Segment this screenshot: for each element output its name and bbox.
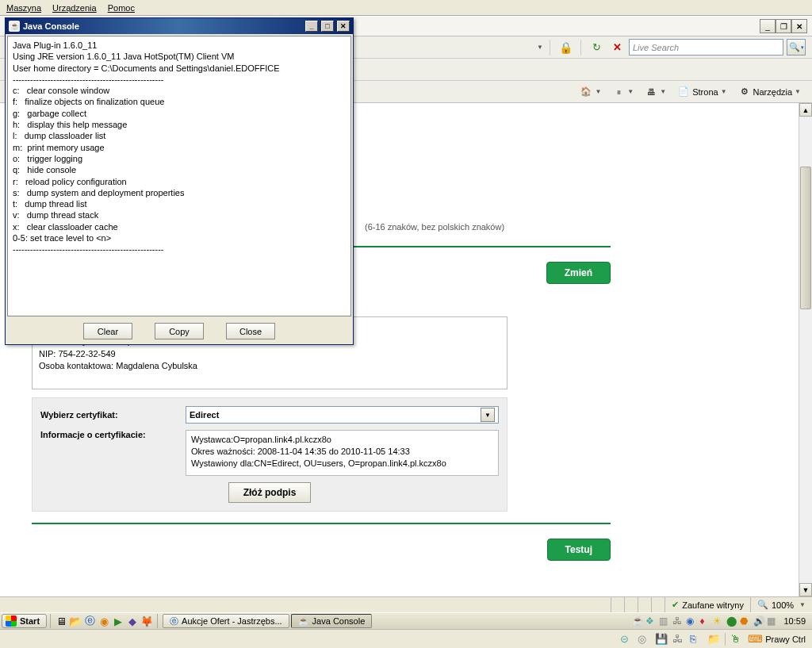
vm-menu-machine[interactable]: Maszyna	[6, 3, 41, 13]
vm-menu-devices[interactable]: Urządzenia	[52, 3, 97, 13]
test-line: NIP: 754-22-32-549	[39, 348, 500, 360]
print-button[interactable]: 🖶▼	[642, 84, 669, 100]
vm-key-icon[interactable]: ⌨	[748, 633, 760, 646]
close-button[interactable]: ✕	[791, 19, 807, 33]
java-icon: ☕	[9, 21, 20, 32]
windows-logo-icon	[6, 615, 17, 627]
cert-select[interactable]: Edirect ▼	[186, 406, 499, 424]
vm-usb-icon[interactable]: ⎘	[690, 633, 703, 646]
cert-info-label: Informacje o certyfikacie:	[40, 430, 179, 439]
task-ie[interactable]: ⓔAukcje Ofert - Jastrzębs...	[163, 614, 289, 628]
page-menu[interactable]: 📄Strona▼	[674, 84, 730, 100]
vm-menubar: Maszyna Urządzenia Pomoc	[0, 0, 812, 16]
jc-close-button[interactable]: ✕	[337, 21, 350, 32]
vm-host-key: Prawy Ctrl	[765, 635, 806, 644]
zoom-level[interactable]: 🔍100%▼	[750, 597, 812, 612]
refresh-button[interactable]: ↻	[588, 39, 605, 56]
maximize-button[interactable]: ❐	[776, 19, 791, 33]
cert-info-line: Wystawiony dla:CN=Edirect, OU=users, O=p…	[191, 458, 493, 470]
print-icon: 🖶	[645, 86, 657, 98]
cert-info-line: Okres ważności: 2008-11-04 14:35 do 2010…	[191, 446, 493, 458]
vm-mouse-icon[interactable]: 🖱	[730, 633, 743, 646]
vm-status-bar: ⊝ ◎ 💾 🖧 ⎘ 📁 🖱 ⌨ Prawy Ctrl	[0, 629, 812, 648]
feeds-button[interactable]: ∎▼	[609, 84, 637, 100]
tray-icon[interactable]: ♦	[699, 615, 710, 627]
ql-media-icon[interactable]: ◉	[97, 614, 111, 628]
password-hint: (6-16 znaków, bez polskich znaków)	[365, 222, 745, 232]
addr-dropdown-icon[interactable]: ▼	[537, 44, 543, 51]
ql-firefox-icon[interactable]: 🦊	[140, 614, 154, 628]
vm-cd-icon[interactable]: ◎	[638, 633, 650, 646]
java-icon: ☕	[298, 616, 309, 627]
scroll-up-button[interactable]: ▲	[799, 103, 812, 117]
stop-button[interactable]: ✕	[608, 39, 626, 56]
minimize-button[interactable]: _	[760, 19, 776, 33]
zmien-button[interactable]: Zmień	[546, 262, 611, 284]
zloz-podpis-button[interactable]: Złóż podpis	[228, 482, 312, 503]
ie-icon: ⓔ	[170, 615, 178, 627]
ql-explorer-icon[interactable]: 📂	[68, 614, 82, 628]
trusted-sites: ✔Zaufane witryny	[665, 597, 750, 612]
divider	[32, 523, 611, 524]
vm-menu-help[interactable]: Pomoc	[108, 3, 135, 13]
system-tray: ☕ ❖ ▥ 🖧 ◉ ♦ ☀ ⬤ ⬣ 🔊 ▦ 10:59	[632, 615, 810, 627]
tray-icon[interactable]: ⬣	[740, 615, 751, 627]
scroll-down-button[interactable]: ▼	[799, 583, 812, 596]
java-console-output[interactable]: Java Plug-in 1.6.0_11 Using JRE version …	[7, 36, 351, 316]
browser-status-bar: ✔Zaufane witryny 🔍100%▼	[0, 596, 812, 612]
jc-minimize-button[interactable]: _	[305, 21, 318, 32]
vm-floppy-icon[interactable]: 💾	[655, 633, 668, 646]
ql-ie-icon[interactable]: ⓔ	[82, 614, 97, 628]
vm-net-icon[interactable]: 🖧	[672, 633, 685, 646]
home-button[interactable]: 🏠▼	[576, 84, 604, 100]
tray-icon[interactable]: ☀	[713, 615, 724, 627]
home-icon: 🏠	[580, 86, 592, 98]
jc-copy-button[interactable]: Copy	[155, 323, 204, 339]
tray-icon[interactable]: ⬤	[726, 615, 737, 627]
vm-shared-icon[interactable]: 📁	[707, 633, 720, 646]
java-console-window: ☕ Java Console _ □ ✕ Java Plug-in 1.6.0_…	[5, 17, 354, 345]
tray-volume-icon[interactable]: 🔊	[753, 615, 764, 627]
chevron-down-icon[interactable]: ▼	[481, 408, 495, 422]
scrollbar[interactable]: ▲ ▼	[799, 103, 812, 596]
tray-java-icon[interactable]: ☕	[632, 615, 643, 627]
tools-menu[interactable]: ⚙Narzędzia▼	[735, 84, 804, 100]
task-java-console[interactable]: ☕Java Console	[291, 614, 373, 628]
testuj-button[interactable]: Testuj	[547, 539, 611, 561]
search-go-button[interactable]: 🔍▾	[787, 39, 806, 56]
clock[interactable]: 10:59	[783, 616, 806, 626]
taskbar: Start 🖥 📂 ⓔ ◉ ▶ ◆ 🦊 ⓔAukcje Ofert - Jast…	[0, 612, 812, 629]
ql-desktop-icon[interactable]: 🖥	[54, 614, 68, 628]
search-input[interactable]: Live Search	[629, 39, 783, 56]
jc-clear-button[interactable]: Clear	[83, 323, 132, 339]
lock-icon: 🔒	[557, 39, 574, 56]
shield-icon: ✔	[672, 600, 679, 610]
rss-icon: ∎	[612, 86, 625, 98]
tray-icon[interactable]: ❖	[645, 615, 657, 627]
cert-info-line: Wystawca:O=propan.link4.pl.kczx8o	[191, 434, 493, 446]
tray-icon[interactable]: ▦	[767, 615, 778, 627]
ql-player-icon[interactable]: ▶	[111, 614, 125, 628]
tray-icon[interactable]: ▥	[659, 615, 670, 627]
start-button[interactable]: Start	[2, 614, 47, 628]
certificate-panel: Wybierz certyfikat: Edirect ▼ Informacje…	[32, 397, 508, 512]
gear-icon: ⚙	[738, 86, 751, 98]
vm-disk-icon[interactable]: ⊝	[620, 633, 633, 646]
cert-select-value: Edirect	[190, 410, 219, 420]
cert-select-label: Wybierz certyfikat:	[40, 410, 179, 420]
page-icon: 📄	[677, 86, 690, 98]
test-line: Osoba kontaktowa: Magdalena Cybulska	[39, 360, 500, 372]
java-console-titlebar[interactable]: ☕ Java Console _ □ ✕	[6, 18, 353, 34]
java-console-title: Java Console	[23, 21, 302, 31]
jc-maximize-button[interactable]: □	[321, 21, 334, 32]
scroll-thumb[interactable]	[800, 167, 811, 309]
ql-app-icon[interactable]: ◆	[125, 614, 140, 628]
jc-close-button2[interactable]: Close	[226, 323, 275, 339]
cert-info-box: Wystawca:O=propan.link4.pl.kczx8o Okres …	[186, 430, 499, 476]
zoom-icon: 🔍	[757, 600, 768, 610]
tray-icon[interactable]: 🖧	[672, 615, 684, 627]
tray-icon[interactable]: ◉	[686, 615, 697, 627]
